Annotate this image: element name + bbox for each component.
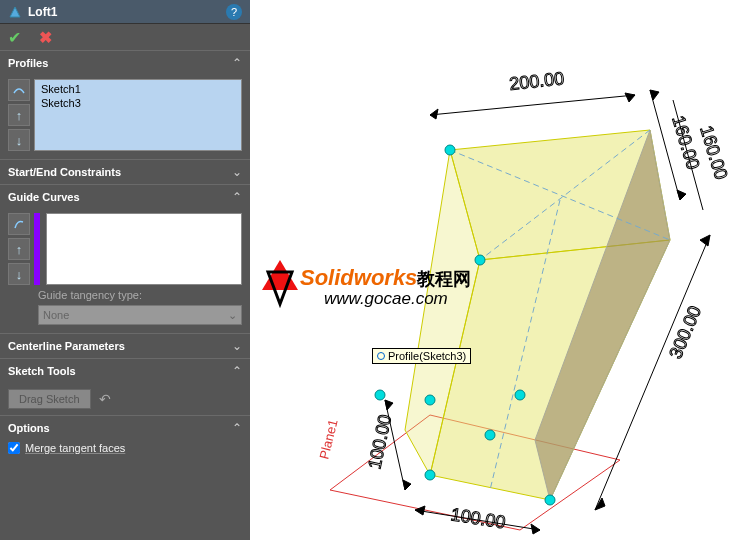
svg-text:200.00: 200.00 — [508, 68, 565, 94]
merge-tangent-label: Merge tangent faces — [25, 442, 125, 454]
svg-text:100.00: 100.00 — [449, 504, 507, 532]
loft-preview: Plane1 200.00 160.00 160.00 300.00 100.0… — [250, 0, 740, 540]
move-up-icon[interactable]: ↑ — [8, 104, 30, 126]
loft-body — [405, 130, 670, 500]
profile-tooltip: Profile(Sketch3) — [372, 348, 471, 364]
sketch-tools-section: Sketch Tools ⌃ Drag Sketch ↶ — [0, 358, 250, 415]
collapse-icon: ⌃ — [232, 190, 242, 204]
svg-point-5 — [375, 390, 385, 400]
svg-point-8 — [485, 430, 495, 440]
merge-tangent-checkbox[interactable] — [8, 442, 20, 454]
undo-icon[interactable]: ↶ — [99, 391, 111, 407]
svg-text:160.00: 160.00 — [696, 123, 731, 182]
svg-point-9 — [425, 470, 435, 480]
svg-line-11 — [430, 95, 635, 115]
profiles-header[interactable]: Profiles ⌃ — [0, 51, 250, 75]
guide-selector-icon[interactable] — [8, 213, 30, 235]
profile-marker-icon — [377, 352, 385, 360]
options-section: Options ⌃ Merge tangent faces — [0, 415, 250, 456]
svg-point-4 — [475, 255, 485, 265]
centerline-section: Centerline Parameters ⌄ — [0, 333, 250, 358]
feature-header: Loft1 ? — [0, 0, 250, 24]
property-manager-panel: Loft1 ? ✔ ✖ Profiles ⌃ ↑ ↓ Sketch1 Sketc… — [0, 0, 250, 540]
confirm-row: ✔ ✖ — [0, 24, 250, 50]
feature-title: Loft1 — [28, 5, 226, 19]
sketch-tools-header[interactable]: Sketch Tools ⌃ — [0, 359, 250, 383]
guide-curves-header[interactable]: Guide Curves ⌃ — [0, 185, 250, 209]
collapse-icon: ⌃ — [232, 364, 242, 378]
svg-text:100.00: 100.00 — [364, 413, 395, 471]
collapse-icon: ⌃ — [232, 56, 242, 70]
help-icon[interactable]: ? — [226, 4, 242, 20]
constraints-header[interactable]: Start/End Constraints ⌄ — [0, 160, 250, 184]
expand-icon: ⌄ — [232, 339, 242, 353]
svg-point-7 — [515, 390, 525, 400]
tangency-type-label: Guide tangency type: — [38, 289, 242, 301]
move-up-icon[interactable]: ↑ — [8, 238, 30, 260]
guide-color-marker — [34, 213, 40, 285]
svg-text:300.00: 300.00 — [665, 303, 705, 361]
centerline-header[interactable]: Centerline Parameters ⌄ — [0, 334, 250, 358]
plane-label: Plane1 — [316, 418, 340, 461]
cancel-icon[interactable]: ✖ — [39, 28, 52, 47]
svg-point-6 — [425, 395, 435, 405]
svg-text:160.00: 160.00 — [668, 113, 703, 172]
expand-icon: ⌄ — [232, 165, 242, 179]
drag-sketch-button[interactable]: Drag Sketch — [8, 389, 91, 409]
svg-point-10 — [545, 495, 555, 505]
list-item[interactable]: Sketch1 — [37, 82, 239, 96]
move-down-icon[interactable]: ↓ — [8, 263, 30, 285]
guide-curves-listbox[interactable] — [46, 213, 242, 285]
3d-viewport[interactable]: Plane1 200.00 160.00 160.00 300.00 100.0… — [250, 0, 740, 540]
list-item[interactable]: Sketch3 — [37, 96, 239, 110]
chevron-down-icon: ⌄ — [228, 309, 237, 322]
loft-feature-icon — [8, 5, 22, 19]
guide-curves-section: Guide Curves ⌃ ↑ ↓ Guide tangency type: … — [0, 184, 250, 333]
watermark-logo — [258, 258, 302, 308]
ok-icon[interactable]: ✔ — [8, 28, 21, 47]
profiles-selector-icon[interactable] — [8, 79, 30, 101]
constraints-section: Start/End Constraints ⌄ — [0, 159, 250, 184]
move-down-icon[interactable]: ↓ — [8, 129, 30, 151]
tangency-type-dropdown[interactable]: None ⌄ — [38, 305, 242, 325]
options-header[interactable]: Options ⌃ — [0, 416, 250, 440]
collapse-icon: ⌃ — [232, 421, 242, 435]
svg-point-3 — [445, 145, 455, 155]
profiles-listbox[interactable]: Sketch1 Sketch3 — [34, 79, 242, 151]
profiles-section: Profiles ⌃ ↑ ↓ Sketch1 Sketch3 — [0, 50, 250, 159]
